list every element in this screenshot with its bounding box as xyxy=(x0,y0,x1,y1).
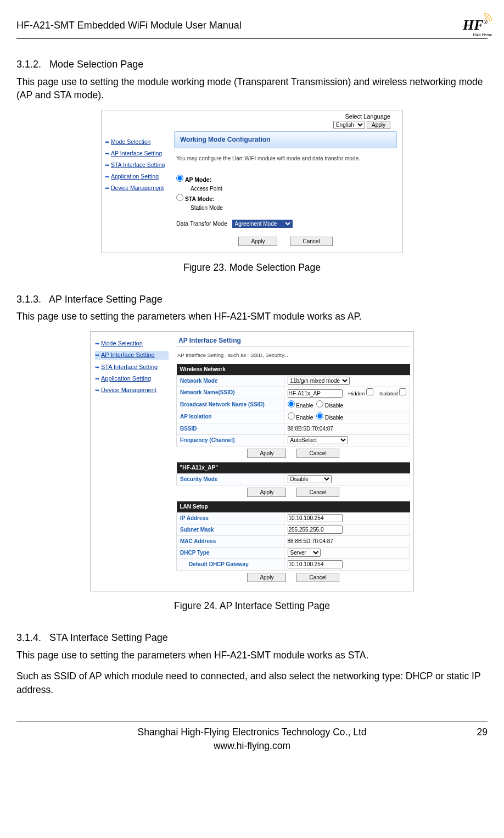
wireless-header: Wireless Network xyxy=(177,364,410,376)
apply-button[interactable]: Apply xyxy=(238,237,277,246)
button-row: Apply Cancel xyxy=(174,236,397,247)
gateway-input[interactable] xyxy=(288,560,343,568)
main-pane: AP Interface Setting AP Interface Settin… xyxy=(173,332,413,591)
arrow-icon: ➥ xyxy=(105,161,109,169)
arrow-icon: ➥ xyxy=(105,138,109,146)
network-mode-select[interactable]: 11b/g/n mixed mode xyxy=(288,377,350,385)
mode-radio-group: AP Mode: Access Point STA Mode: Station … xyxy=(174,172,397,217)
isolated-checkbox[interactable] xyxy=(399,388,406,395)
broadcast-label: Broadcast Network Name (SSID) xyxy=(177,399,284,411)
arrow-icon: ➥ xyxy=(95,387,99,394)
figure-23-screenshot: Select Language English Apply ➥Mode Sele… xyxy=(101,110,403,253)
broadcast-enable-radio[interactable] xyxy=(288,400,295,407)
arrow-icon: ➥ xyxy=(95,375,99,383)
figure-24-caption: Figure 24. AP Interface Setting Page xyxy=(16,599,488,613)
section-314-heading: 3.1.4. STA Interface Setting Page xyxy=(16,631,488,645)
network-mode-label: Network Mode xyxy=(177,375,284,387)
security-mode-select[interactable]: Disable xyxy=(288,475,332,483)
language-select[interactable]: English xyxy=(333,121,365,129)
cancel-button[interactable]: Cancel xyxy=(290,237,332,246)
section-312-heading: 3.1.2. Mode Selection Page xyxy=(16,58,488,71)
apiso-enable-radio[interactable] xyxy=(288,412,295,420)
section-312-desc: This page use to setting the module work… xyxy=(16,75,488,102)
figure-24-screenshot: ➥Mode Selection ➥AP Interface Setting ➥S… xyxy=(90,331,414,591)
language-row: Select Language English Apply xyxy=(102,110,402,131)
sidebar-nav: ➥Mode Selection ➥AP Interface Setting ➥S… xyxy=(102,130,169,252)
isolated-label: Isolated xyxy=(379,390,397,396)
lan-setup-table: LAN Setup IP Address Subnet Mask MAC Add… xyxy=(176,501,410,571)
dhcp-select[interactable]: Server xyxy=(288,549,321,557)
pane-subtitle: You may configure the Uart-WIFI module w… xyxy=(174,148,397,172)
bssid-value: 88:8B:5D:70:04:87 xyxy=(284,423,410,434)
ap-mode-desc: Access Point xyxy=(191,185,395,193)
pane-title: Working Mode Configuration xyxy=(174,131,397,148)
page-header: HF-A21-SMT Embedded WiFi Module User Man… xyxy=(16,0,488,39)
wifi-arc-icon xyxy=(484,12,493,21)
pane-title: AP Interface Setting xyxy=(176,333,410,347)
security-mode-label: Security Mode xyxy=(177,473,284,485)
lan-header: LAN Setup xyxy=(177,501,410,513)
sidebar-item-device-mgmt[interactable]: ➥Device Management xyxy=(105,184,165,192)
bssid-label: BSSID xyxy=(177,423,284,434)
data-transfer-row: Data Transfor Mode Agreement Mode xyxy=(174,217,397,236)
wireless-network-table: Wireless Network Network Mode 11b/g/n mi… xyxy=(176,364,410,446)
apiso-disable-radio[interactable] xyxy=(316,412,323,420)
sidebar-item-application[interactable]: ➥Application Setting xyxy=(105,172,165,181)
arrow-icon: ➥ xyxy=(95,340,99,348)
figure-23-caption: Figure 23. Mode Selection Page xyxy=(16,261,488,275)
mask-input[interactable] xyxy=(288,526,343,534)
ssid-input[interactable] xyxy=(288,389,343,398)
sidebar-nav: ➥Mode Selection ➥AP Interface Setting ➥S… xyxy=(91,332,173,591)
sidebar-item-mode-selection[interactable]: ➥Mode Selection xyxy=(95,339,169,348)
section-314-desc-1: This page use to setting the parameters … xyxy=(16,649,488,662)
sidebar-item-application[interactable]: ➥Application Setting xyxy=(95,375,169,383)
data-transfer-select[interactable]: Agreement Mode xyxy=(232,220,293,228)
arrow-icon: ➥ xyxy=(105,150,109,158)
arrow-icon: ➥ xyxy=(105,173,109,181)
button-row: Apply Cancel xyxy=(176,485,410,501)
language-apply-button[interactable]: Apply xyxy=(367,121,390,129)
section-313-desc: This page use to setting the parameters … xyxy=(16,310,488,323)
footer-url: www.hi-flying.com xyxy=(16,739,488,753)
apply-button[interactable]: Apply xyxy=(247,449,286,458)
page-number: 29 xyxy=(477,725,488,739)
gateway-label: Default DHCP Gateway xyxy=(177,558,284,570)
button-row: Apply Cancel xyxy=(176,446,410,462)
button-row: Apply Cancel xyxy=(176,571,410,586)
sidebar-item-sta-interface[interactable]: ➥STA Interface Setting xyxy=(95,363,169,371)
logo-sub: High-Flying xyxy=(473,32,492,38)
arrow-icon: ➥ xyxy=(95,364,99,371)
sidebar-item-sta-interface[interactable]: ➥STA Interface Setting xyxy=(105,161,165,169)
sidebar-item-mode-selection[interactable]: ➥Mode Selection xyxy=(105,138,165,146)
ip-input[interactable] xyxy=(288,514,343,522)
sta-mode-radio[interactable]: STA Mode: xyxy=(176,194,395,203)
arrow-icon: ➥ xyxy=(95,351,99,359)
mask-label: Subnet Mask xyxy=(177,524,284,535)
cancel-button[interactable]: Cancel xyxy=(296,573,339,582)
logo-text: HF xyxy=(463,17,484,33)
apply-button[interactable]: Apply xyxy=(247,573,286,582)
frequency-select[interactable]: AutoSelect xyxy=(288,436,348,444)
sidebar-item-device-mgmt[interactable]: ➥Device Management xyxy=(95,386,169,394)
doc-title: HF-A21-SMT Embedded WiFi Module User Man… xyxy=(16,19,242,32)
hidden-checkbox[interactable] xyxy=(366,388,373,395)
ip-label: IP Address xyxy=(177,512,284,524)
select-language-label: Select Language xyxy=(345,113,390,120)
main-pane: Working Mode Configuration You may confi… xyxy=(169,130,402,252)
pane-subtitle: AP Interface Setting , such as : SSID, S… xyxy=(176,347,410,364)
cancel-button[interactable]: Cancel xyxy=(296,449,339,458)
apply-button[interactable]: Apply xyxy=(247,488,286,497)
sidebar-item-ap-interface[interactable]: ➥AP Interface Setting xyxy=(95,351,169,359)
hf-logo: HF® High-Flying xyxy=(463,15,488,35)
broadcast-disable-radio[interactable] xyxy=(316,400,323,407)
section-313-heading: 3.1.3. AP Interface Setting Page xyxy=(16,293,488,306)
ap-isolation-label: AP Isolation xyxy=(177,411,284,423)
ap-mode-radio[interactable]: AP Mode: xyxy=(176,175,395,184)
frequency-label: Frequency (Channel) xyxy=(177,434,284,446)
mac-label: MAC Address xyxy=(177,535,284,547)
sta-mode-desc: Station Mode xyxy=(191,204,395,212)
data-transfer-label: Data Transfor Mode xyxy=(176,220,227,227)
sidebar-item-ap-interface[interactable]: ➥AP Interface Setting xyxy=(105,149,165,158)
section-314-desc-2: Such as SSID of AP which module need to … xyxy=(16,669,488,696)
cancel-button[interactable]: Cancel xyxy=(296,488,339,497)
